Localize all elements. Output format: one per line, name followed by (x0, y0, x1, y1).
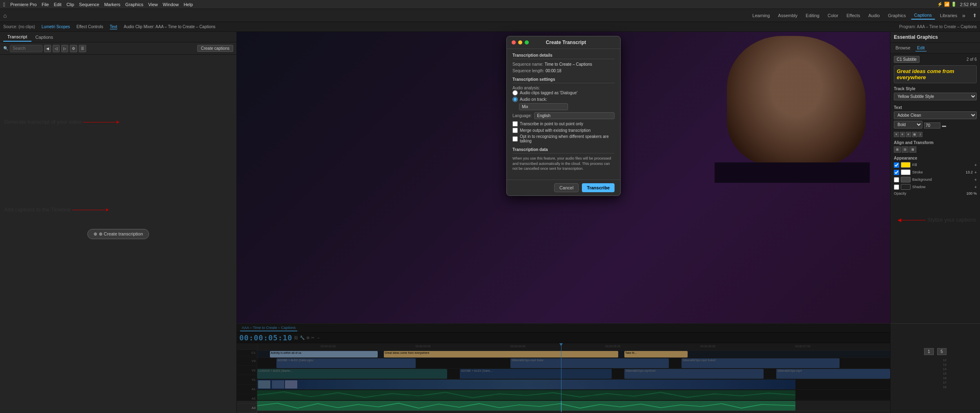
checkbox-merge[interactable]: Merge output with existing transcription (512, 128, 615, 133)
radio-audio-track[interactable]: Audio on track: (512, 97, 615, 102)
menu-clip[interactable]: Clip (67, 2, 74, 7)
settings-btn[interactable]: ⚙ (70, 45, 77, 52)
text-section-label: Text (894, 105, 977, 110)
stroke-checkbox[interactable] (894, 170, 899, 175)
shadow-color[interactable] (901, 184, 911, 190)
stroke-plus-btn[interactable]: + (974, 170, 977, 175)
tab-browse[interactable]: Browse (894, 44, 912, 51)
home-icon[interactable]: ⌂ (3, 12, 7, 19)
fill-color[interactable] (901, 162, 911, 168)
radio-dialogue-input[interactable] (512, 90, 518, 95)
align-transform-label: Align and Transform (894, 140, 977, 145)
checkbox-merge-input[interactable] (512, 128, 518, 133)
background-checkbox[interactable] (894, 177, 899, 182)
lumetri-scopes-link[interactable]: Lumetri Scopes (42, 24, 70, 29)
fill-plus-btn[interactable]: + (974, 163, 977, 167)
fwd-btn[interactable]: ▷ (61, 45, 68, 52)
checkbox-speakers[interactable]: Opt in to recognizing when different spe… (512, 134, 615, 143)
menu-markers[interactable]: Markers (104, 2, 120, 7)
menu-btn[interactable]: ☰ (79, 45, 86, 52)
radio-audio-track-input[interactable] (512, 97, 518, 102)
align-btn-2[interactable]: ⊟ (902, 147, 909, 153)
workspace-tab-effects[interactable]: Effects (843, 12, 863, 19)
language-row: Language: English (512, 112, 615, 119)
align-btn-3[interactable]: ⊠ (909, 147, 916, 153)
font-size-slider[interactable]: ▬ (942, 123, 946, 128)
workspace-tab-color[interactable]: Color (824, 12, 842, 19)
font-size-input[interactable] (924, 122, 940, 129)
back-btn[interactable]: ◁ (53, 45, 60, 52)
share-icon[interactable]: ⬆ (973, 13, 977, 18)
radio-dialogue-label: Audio clips tagged as 'Dialogue' (520, 91, 577, 95)
seq-name-label: Sequence name: (512, 62, 543, 67)
shadow-checkbox[interactable] (894, 184, 899, 190)
font-weight-select[interactable]: Bold (894, 121, 922, 129)
search-input[interactable] (10, 45, 42, 52)
create-transcription-button[interactable]: ⊕ ⊕ Create transcription (87, 229, 149, 239)
language-select[interactable]: English (534, 112, 615, 119)
transcribe-button[interactable]: Transcribe (582, 183, 615, 192)
menu-sequence[interactable]: Sequence (79, 2, 100, 7)
menu-help[interactable]: Help (184, 2, 193, 7)
pagination: 2 of 6 (967, 57, 977, 62)
fill-label: Fill (912, 163, 973, 167)
workspace-tab-editing[interactable]: Editing (802, 12, 823, 19)
checkbox-in-out-input[interactable] (512, 121, 518, 127)
opacity-value: 100 % (966, 191, 977, 195)
more-workspaces[interactable]: » (962, 12, 965, 19)
tab-transcript[interactable]: Transcript (3, 33, 31, 42)
apple-menu[interactable]:  (3, 1, 5, 8)
checkbox-speakers-input[interactable] (512, 136, 518, 142)
workspace-tab-graphics[interactable]: Graphics (885, 12, 909, 19)
workspace-tab-learning[interactable]: Learning (749, 12, 773, 19)
track-select[interactable]: Mix (519, 103, 568, 110)
align-right-btn[interactable]: ≡ (906, 132, 911, 137)
align-btn-1[interactable]: ⊞ (894, 147, 901, 153)
track-style-select[interactable]: Yellow Subtitle Style (894, 93, 977, 100)
workspace-tab-captions[interactable]: Captions (911, 11, 935, 20)
bottom-btn-1[interactable]: 1 (924, 348, 934, 355)
fill-checkbox[interactable] (894, 162, 899, 168)
create-captions-button[interactable]: Create captions (197, 45, 233, 52)
menu-premiere-pro[interactable]: Premiere Pro (10, 2, 37, 7)
language-label: Language: (512, 113, 532, 118)
checkbox-merge-label: Merge output with existing transcription (520, 128, 590, 133)
transcript-toolbar: 🔍 ◀ ◁ ▷ ⚙ ☰ Create captions (0, 42, 236, 55)
workspace-tab-libraries[interactable]: Libraries (937, 12, 960, 19)
text-tab-link[interactable]: Text (110, 24, 117, 29)
a2-clip[interactable] (257, 401, 795, 411)
bold-btn[interactable]: B (912, 132, 918, 137)
bottom-btn-2[interactable]: 5 (937, 348, 947, 355)
radio-dialogue[interactable]: Audio clips tagged as 'Dialogue' (512, 90, 615, 95)
align-left-btn[interactable]: ≡ (894, 132, 899, 137)
workspace-tab-assembly[interactable]: Assembly (775, 12, 801, 19)
menu-graphics[interactable]: Graphics (125, 2, 143, 7)
font-select[interactable]: Adobe Clean (894, 111, 977, 119)
tab-captions[interactable]: Captions (31, 33, 57, 41)
align-center-btn[interactable]: ≡ (900, 132, 905, 137)
background-color[interactable] (901, 177, 911, 182)
checkbox-in-out[interactable]: Transcribe in point to out point only (512, 121, 615, 127)
shadow-plus-btn[interactable]: + (974, 185, 977, 189)
tab-edit[interactable]: Edit (915, 44, 927, 51)
menu-edit[interactable]: Edit (54, 2, 62, 7)
background-plus-btn[interactable]: + (974, 178, 977, 182)
italic-btn[interactable]: I (918, 132, 922, 137)
menu-file[interactable]: File (42, 2, 49, 7)
close-button[interactable] (512, 40, 516, 44)
source-label: Source: (no clips) (3, 24, 35, 29)
audio3-track (257, 411, 890, 413)
effect-controls-link[interactable]: Effect Controls (76, 24, 103, 29)
rewind-btn[interactable]: ◀ (44, 45, 51, 52)
cancel-button[interactable]: Cancel (554, 183, 579, 192)
shadow-label: Shadow (912, 185, 973, 189)
subtitle-label[interactable]: C1 Subtitle (894, 56, 920, 63)
menu-view[interactable]: View (148, 2, 158, 7)
generate-transcript-annotation: Generate transcript of your video ➤ (4, 118, 120, 126)
seq-length-label: Sequence length: (512, 69, 544, 73)
menu-window[interactable]: Window (163, 2, 179, 7)
stroke-color[interactable] (901, 169, 911, 175)
right-num-4: 15 (943, 372, 947, 375)
workspace-tab-audio[interactable]: Audio (865, 12, 883, 19)
audio-clip-mixer-link[interactable]: Audio Clip Mixer: AAA – Time to Create –… (124, 24, 216, 29)
